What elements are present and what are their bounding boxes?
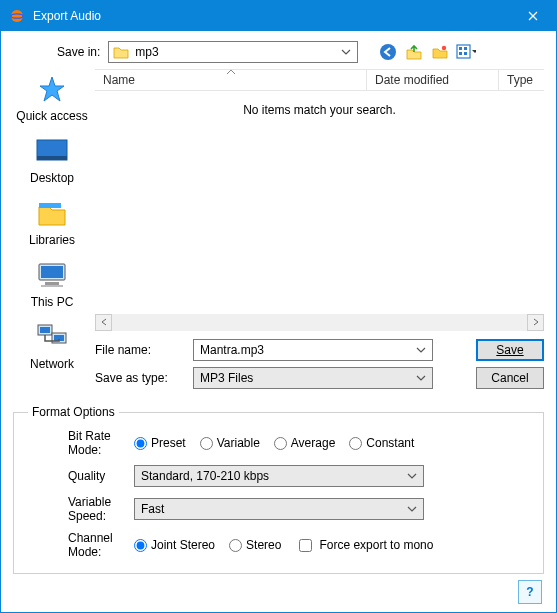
radio-constant-input[interactable] xyxy=(349,437,362,450)
file-name-value: Mantra.mp3 xyxy=(200,343,264,357)
svg-point-0 xyxy=(11,10,23,22)
up-one-level-icon[interactable] xyxy=(404,42,424,62)
channel-mode-label: Channel Mode: xyxy=(28,531,124,559)
variable-speed-combo[interactable]: Fast xyxy=(134,498,424,520)
desktop-icon xyxy=(34,135,70,167)
places-bar: Quick access Desktop Libraries xyxy=(13,69,91,395)
col-name[interactable]: Name xyxy=(95,70,367,90)
radio-label: Constant xyxy=(366,436,414,450)
format-options-group: Format Options Bit Rate Mode: Preset Var… xyxy=(13,405,544,574)
svg-rect-8 xyxy=(464,52,467,55)
col-type-label: Type xyxy=(507,73,533,87)
svg-rect-14 xyxy=(45,282,59,285)
force-mono-input[interactable] xyxy=(299,539,312,552)
svg-point-2 xyxy=(380,44,396,60)
quality-combo[interactable]: Standard, 170-210 kbps xyxy=(134,465,424,487)
place-label: Desktop xyxy=(30,171,74,185)
radio-label: Variable xyxy=(217,436,260,450)
place-label: Quick access xyxy=(16,109,87,123)
save-in-combo[interactable]: mp3 xyxy=(108,41,358,63)
bit-rate-mode-label: Bit Rate Mode: xyxy=(28,429,124,457)
radio-stereo[interactable]: Stereo xyxy=(229,538,281,552)
libraries-icon xyxy=(34,197,70,229)
svg-rect-13 xyxy=(41,266,63,278)
place-quick-access[interactable]: Quick access xyxy=(13,73,91,123)
folder-icon xyxy=(113,45,129,59)
file-list-area: Name Date modified Type No items match y… xyxy=(95,69,544,395)
radio-label: Preset xyxy=(151,436,186,450)
col-date-label: Date modified xyxy=(375,73,449,87)
radio-preset[interactable]: Preset xyxy=(134,436,186,450)
save-as-type-value: MP3 Files xyxy=(200,371,253,385)
radio-constant[interactable]: Constant xyxy=(349,436,414,450)
back-icon[interactable] xyxy=(378,42,398,62)
svg-rect-17 xyxy=(40,327,50,333)
save-in-value: mp3 xyxy=(135,45,158,59)
scroll-right-icon[interactable] xyxy=(527,314,544,331)
place-desktop[interactable]: Desktop xyxy=(13,135,91,185)
radio-average[interactable]: Average xyxy=(274,436,335,450)
svg-rect-15 xyxy=(41,285,63,287)
svg-rect-10 xyxy=(37,156,67,160)
radio-label: Joint Stereo xyxy=(151,538,215,552)
file-name-input[interactable]: Mantra.mp3 xyxy=(193,339,433,361)
chevron-down-icon xyxy=(405,469,419,483)
svg-point-3 xyxy=(442,46,446,50)
location-bar: Save in: mp3 xyxy=(13,41,544,63)
variable-speed-value: Fast xyxy=(141,502,164,516)
radio-label: Stereo xyxy=(246,538,281,552)
variable-speed-label: Variable Speed: xyxy=(28,495,124,523)
window-title: Export Audio xyxy=(33,9,510,23)
chevron-down-icon xyxy=(405,502,419,516)
place-label: Libraries xyxy=(29,233,75,247)
col-date[interactable]: Date modified xyxy=(367,70,499,90)
force-mono-checkbox[interactable]: Force export to mono xyxy=(295,536,433,555)
col-type[interactable]: Type xyxy=(499,70,544,90)
dialog-body: Save in: mp3 xyxy=(1,31,556,612)
empty-message: No items match your search. xyxy=(95,91,544,313)
column-headers: Name Date modified Type xyxy=(95,69,544,91)
save-button[interactable]: Save xyxy=(476,339,544,361)
close-button[interactable] xyxy=(510,1,556,31)
place-libraries[interactable]: Libraries xyxy=(13,197,91,247)
cancel-button-label: Cancel xyxy=(491,371,528,385)
new-folder-icon[interactable] xyxy=(430,42,450,62)
titlebar: Export Audio xyxy=(1,1,556,31)
place-this-pc[interactable]: This PC xyxy=(13,259,91,309)
svg-rect-7 xyxy=(459,52,462,55)
help-button[interactable]: ? xyxy=(518,580,542,604)
save-as-type-combo[interactable]: MP3 Files xyxy=(193,367,433,389)
radio-average-input[interactable] xyxy=(274,437,287,450)
svg-rect-6 xyxy=(464,47,467,50)
computer-icon xyxy=(34,259,70,291)
radio-preset-input[interactable] xyxy=(134,437,147,450)
format-options-legend: Format Options xyxy=(28,405,119,419)
scroll-left-icon[interactable] xyxy=(95,314,112,331)
place-label: Network xyxy=(30,357,74,371)
view-menu-icon[interactable] xyxy=(456,42,476,62)
place-network[interactable]: Network xyxy=(13,321,91,371)
chevron-down-icon xyxy=(414,371,428,385)
radio-variable[interactable]: Variable xyxy=(200,436,260,450)
nav-toolbar xyxy=(378,42,476,62)
quality-value: Standard, 170-210 kbps xyxy=(141,469,269,483)
radio-stereo-input[interactable] xyxy=(229,539,242,552)
radio-joint-stereo-input[interactable] xyxy=(134,539,147,552)
bit-rate-mode-radios: Preset Variable Average Constant xyxy=(134,436,414,450)
quality-label: Quality xyxy=(28,469,124,483)
file-name-label: File name: xyxy=(95,343,181,357)
svg-rect-4 xyxy=(457,45,470,58)
cancel-button[interactable]: Cancel xyxy=(476,367,544,389)
channel-mode-radios: Joint Stereo Stereo Force export to mono xyxy=(134,536,433,555)
sort-asc-icon xyxy=(226,69,236,75)
place-label: This PC xyxy=(31,295,74,309)
scroll-track[interactable] xyxy=(112,314,527,331)
radio-joint-stereo[interactable]: Joint Stereo xyxy=(134,538,215,552)
radio-label: Average xyxy=(291,436,335,450)
horizontal-scrollbar[interactable] xyxy=(95,313,544,331)
help-icon-glyph: ? xyxy=(526,585,533,599)
col-name-label: Name xyxy=(103,73,135,87)
save-as-type-label: Save as type: xyxy=(95,371,181,385)
radio-variable-input[interactable] xyxy=(200,437,213,450)
star-icon xyxy=(34,73,70,105)
